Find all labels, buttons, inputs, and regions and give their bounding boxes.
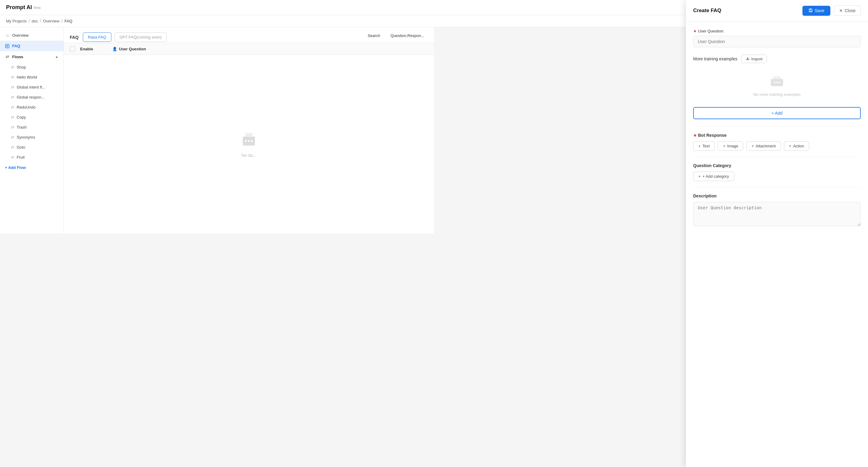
add-flow-button[interactable]: + Add Flow	[0, 162, 63, 173]
sidebar-faq-label: FAQ	[12, 44, 20, 48]
flow-node-icon: ⇄	[11, 155, 14, 160]
col-question-label: User Question	[119, 47, 146, 51]
svg-rect-9	[244, 133, 253, 134]
sidebar-item-overview[interactable]: ⌂ Overview	[0, 30, 63, 41]
sidebar-fruit-label: Fruit	[17, 155, 25, 160]
sidebar-item-global-intent[interactable]: ⇄ Global intent fl...	[0, 82, 63, 92]
svg-point-6	[245, 140, 247, 142]
sidebar-item-copy[interactable]: ⇄ Copy	[0, 112, 63, 122]
col-question: 👤 User Question	[112, 47, 428, 51]
sidebar-hello-world-label: Hello World	[17, 75, 37, 79]
flows-icon: ⇄	[5, 54, 10, 59]
empty-text: No da...	[241, 153, 256, 158]
sidebar-trash-label: Trash	[17, 125, 27, 130]
select-all-checkbox[interactable]	[70, 46, 75, 52]
app-header: Prompt AI Beta	[0, 0, 434, 15]
rasa-faq-tab[interactable]: Rasa FAQ	[83, 32, 112, 42]
svg-rect-5	[245, 134, 252, 136]
flow-node-icon: ⇄	[11, 95, 14, 99]
faq-tabs-right: Search Question,Respon...	[364, 32, 428, 43]
sidebar-flows-label: Flows	[12, 55, 23, 59]
empty-state-icon	[240, 131, 258, 149]
sidebar-item-trash[interactable]: ⇄ Trash	[0, 122, 63, 132]
sidebar-item-fruit[interactable]: ⇄ Fruit	[0, 152, 63, 162]
svg-point-8	[251, 140, 253, 142]
sidebar-overview-label: Overview	[12, 33, 29, 38]
sidebar-item-hello-world[interactable]: ⇄ Hello World	[0, 72, 63, 82]
sidebar-global-intent-label: Global intent fl...	[17, 85, 45, 90]
sidebar-children: ⇄ Shop ⇄ Hello World ⇄ Global intent fl.…	[0, 62, 63, 162]
home-icon: ⌂	[5, 33, 10, 38]
breadcrumb-overview[interactable]: Overview	[43, 19, 60, 23]
svg-point-7	[248, 140, 250, 142]
sidebar-goto-label: Goto	[17, 145, 25, 149]
search-button[interactable]: Search	[364, 32, 384, 40]
faq-icon	[5, 44, 10, 48]
flow-node-icon: ⇄	[11, 105, 14, 109]
flow-node-icon: ⇄	[11, 125, 14, 130]
faq-area: FAQ Rasa FAQ GPT FAQ(coming soon) Search…	[64, 27, 434, 234]
breadcrumb-faq[interactable]: FAQ	[64, 19, 72, 23]
sidebar: ⌂ Overview FAQ ⇄ Flows ▲ ⇄ Shop	[0, 27, 64, 234]
flow-node-icon: ⇄	[11, 115, 14, 120]
sidebar-global-respon-label: Global respon...	[17, 95, 44, 99]
flow-node-icon: ⇄	[11, 85, 14, 90]
faq-section-label: FAQ	[70, 35, 79, 40]
col-enable: Enable	[80, 47, 107, 51]
sidebar-shop-label: Shop	[17, 65, 26, 69]
flow-node-icon: ⇄	[11, 135, 14, 139]
faq-table-header: Enable 👤 User Question	[64, 43, 434, 55]
flow-node-icon: ⇄	[11, 65, 14, 69]
sidebar-item-redoundo[interactable]: ⇄ RedoUndo	[0, 102, 63, 112]
sidebar-synonyms-label: Synonyms	[17, 135, 35, 139]
app-title: Prompt AI	[6, 4, 32, 11]
sidebar-item-goto[interactable]: ⇄ Goto	[0, 142, 63, 152]
app-beta: Beta	[34, 6, 41, 9]
flow-node-icon: ⇄	[11, 75, 14, 79]
faq-tabs: FAQ Rasa FAQ GPT FAQ(coming soon) Search…	[64, 27, 434, 43]
breadcrumb-my-projects[interactable]: My Projects	[6, 19, 27, 23]
breadcrumb: My Projects / doc / Overview / FAQ + Add	[0, 15, 434, 27]
question-response-button[interactable]: Question,Respon...	[387, 32, 428, 40]
main-layout: ⌂ Overview FAQ ⇄ Flows ▲ ⇄ Shop	[0, 27, 434, 234]
sidebar-item-global-respon[interactable]: ⇄ Global respon...	[0, 92, 63, 102]
flow-node-icon: ⇄	[11, 145, 14, 149]
faq-empty-state: No da...	[64, 55, 434, 234]
sidebar-copy-label: Copy	[17, 115, 26, 120]
breadcrumb-doc[interactable]: doc	[32, 19, 38, 23]
sidebar-item-shop[interactable]: ⇄ Shop	[0, 62, 63, 72]
sidebar-item-synonyms[interactable]: ⇄ Synonyms	[0, 132, 63, 142]
chevron-up-icon: ▲	[55, 55, 59, 59]
content-area: FAQ Rasa FAQ GPT FAQ(coming soon) Search…	[64, 27, 434, 234]
sidebar-item-faq[interactable]: FAQ	[0, 41, 63, 51]
sidebar-flows-section[interactable]: ⇄ Flows ▲	[0, 51, 63, 62]
user-icon: 👤	[112, 47, 117, 51]
gpt-faq-tab[interactable]: GPT FAQ(coming soon)	[115, 32, 166, 42]
sidebar-redoundo-label: RedoUndo	[17, 105, 35, 109]
